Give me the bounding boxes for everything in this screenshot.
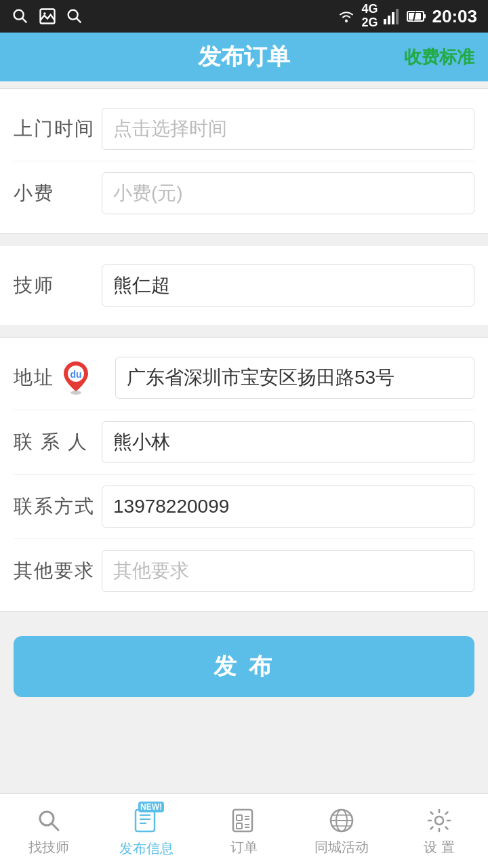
nav-label-find-tech: 找技师 (28, 838, 69, 856)
row-tip: 小费 (14, 161, 474, 225)
label-tip: 小费 (14, 180, 102, 206)
svg-rect-9 (392, 12, 394, 24)
network-indicator: 4G2G (361, 3, 378, 30)
svg-rect-10 (396, 9, 399, 24)
battery-icon (407, 8, 427, 24)
orders-nav-icon (229, 806, 259, 835)
nav-item-find-tech[interactable]: 找技师 (0, 800, 98, 862)
svg-line-19 (52, 823, 58, 830)
svg-rect-7 (384, 19, 386, 24)
status-bar: 4G2G 20:03 (0, 0, 488, 33)
svg-point-6 (345, 20, 348, 22)
signal-icon (384, 8, 401, 24)
nav-label-orders: 订单 (230, 838, 258, 856)
svg-rect-13 (424, 14, 426, 18)
label-contact-phone: 联系方式 (14, 494, 102, 519)
address-label-wrap: 地址 du (14, 360, 115, 395)
section-technician: 技师 (0, 245, 488, 326)
input-visit-time[interactable] (102, 108, 474, 150)
label-address: 地址 (14, 365, 54, 391)
globe-nav-icon (327, 806, 357, 835)
nav-item-orders[interactable]: 订单 (195, 800, 293, 862)
status-time: 20:03 (432, 6, 478, 27)
svg-rect-25 (237, 815, 242, 821)
label-technician: 技师 (14, 273, 102, 298)
input-technician[interactable] (102, 264, 474, 307)
form-content: 上门时间 小费 技师 地址 (0, 81, 488, 793)
app-header: 发布订单 收费标准 (0, 33, 488, 81)
svg-point-36 (435, 816, 443, 825)
nav-item-local-events[interactable]: 同城活动 (293, 800, 390, 862)
fee-standard-link[interactable]: 收费标准 (404, 45, 474, 69)
row-other-requirements: 其他要求 (14, 539, 474, 603)
input-address[interactable] (115, 357, 474, 399)
svg-text:du: du (70, 369, 81, 380)
row-contact-person: 联 系 人 (14, 410, 474, 475)
svg-line-1 (22, 18, 26, 22)
publish-button-wrap: 发 布 (0, 623, 488, 711)
label-contact-person: 联 系 人 (14, 429, 102, 455)
svg-point-0 (14, 10, 24, 20)
svg-point-3 (43, 12, 46, 15)
input-tip[interactable] (102, 172, 474, 214)
status-right-icons: 4G2G 20:03 (337, 3, 477, 30)
nav-label-local-events: 同城活动 (314, 838, 369, 856)
svg-rect-20 (136, 810, 155, 831)
nav-label-post-info: 发布信息 (119, 840, 174, 858)
input-other-requirements[interactable] (102, 550, 474, 592)
page-title: 发布订单 (198, 41, 290, 73)
svg-point-4 (68, 10, 78, 20)
search-left-icon (11, 7, 30, 26)
nav-item-settings[interactable]: 设 置 (390, 800, 488, 862)
section-contact: 地址 du 联 系 人 联系方式 (0, 337, 488, 612)
input-contact-person[interactable] (102, 421, 474, 463)
publish-button[interactable]: 发 布 (14, 636, 474, 697)
new-badge: NEW! (138, 802, 164, 812)
search-right-icon (65, 7, 84, 26)
row-address: 地址 du (14, 346, 474, 410)
status-left-icons (11, 7, 84, 26)
bottom-nav: 找技师 NEW! 发布信息 订单 (0, 793, 488, 868)
nav-label-settings: 设 置 (424, 838, 455, 856)
search-nav-icon (34, 806, 64, 835)
map-icon[interactable]: du (60, 360, 92, 395)
wifi-icon (337, 8, 356, 24)
section-time-fee: 上门时间 小费 (0, 88, 488, 234)
label-other-requirements: 其他要求 (14, 558, 102, 584)
image-icon (38, 7, 57, 26)
row-visit-time: 上门时间 (14, 97, 474, 161)
nav-item-post-info[interactable]: NEW! 发布信息 (98, 799, 195, 863)
svg-rect-26 (237, 823, 242, 829)
settings-nav-icon (424, 806, 454, 835)
svg-line-5 (77, 18, 81, 22)
label-visit-time: 上门时间 (14, 116, 102, 142)
input-contact-phone[interactable] (102, 486, 474, 528)
post-icon-wrap: NEW! (131, 804, 161, 837)
row-technician: 技师 (14, 254, 474, 317)
svg-rect-8 (388, 16, 390, 24)
row-contact-phone: 联系方式 (14, 475, 474, 539)
